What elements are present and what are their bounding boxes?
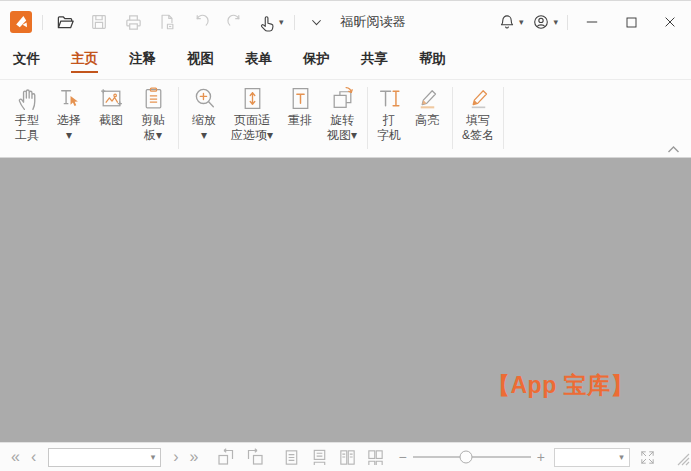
zoom-percent-input[interactable]: ▾ [554,448,630,467]
rotate-right-button[interactable] [245,447,265,467]
typewriter-icon [376,85,403,112]
foxit-logo-icon[interactable] [10,11,32,33]
rotate-view-icon [329,85,356,112]
fullscreen-button[interactable] [639,449,656,466]
minimize-icon [584,14,600,30]
titlebar-separator [42,15,43,30]
window-title: 福昕阅读器 [341,13,406,31]
chevron-up-icon [667,145,680,154]
clipboard-button[interactable]: 剪贴 板▾ [132,85,174,143]
first-page-button[interactable]: « [10,449,21,465]
fill-sign-pen-icon [465,85,492,112]
single-page-view-button[interactable] [282,448,301,467]
titlebar-left-group: ▾ 福昕阅读器 [10,10,406,34]
zoom-slider-group: − + [398,450,544,464]
facing-view-button[interactable] [338,448,357,467]
zoom-slider-track[interactable] [413,456,531,458]
titlebar: ▾ 福昕阅读器 ▾ ▾ [0,1,691,43]
tab-comment[interactable]: 注释 [129,50,156,73]
document-canvas[interactable]: 【App 宝库】 [0,158,691,442]
facing-pages-icon [338,448,357,467]
account-caret-icon: ▾ [553,18,558,27]
ribbon-group-separator [503,87,504,149]
app-window: ▾ 福昕阅读器 ▾ ▾ [0,0,691,471]
page-number-input[interactable]: ▾ [48,448,161,467]
fill-sign-button[interactable]: 填写 &签名 [457,85,499,143]
bell-icon [498,13,516,31]
zoom-slider-thumb[interactable] [459,451,472,464]
hand-tool-button[interactable]: 手型 工具 [6,85,48,143]
previous-page-button[interactable]: ‹ [30,449,37,465]
continuous-page-icon [310,448,329,467]
snapshot-button[interactable]: 截图 [90,85,132,128]
titlebar-right-group: ▾ ▾ [498,8,685,36]
tab-form[interactable]: 表单 [245,50,272,73]
highlight-pen-icon [414,85,441,112]
export-page-button[interactable] [155,10,179,34]
select-cursor-icon [56,85,83,112]
ribbon-group-separator [367,87,368,149]
maximize-button[interactable] [616,8,646,36]
account-icon [532,13,550,31]
tab-help[interactable]: 帮助 [419,50,446,73]
last-page-button[interactable]: » [189,449,200,465]
save-button[interactable] [87,10,111,34]
clipboard-icon [140,85,167,112]
resize-grip[interactable] [674,450,690,470]
touch-mode-button[interactable]: ▾ [257,13,284,32]
page-fit-icon [239,85,266,112]
zoom-out-button[interactable]: − [398,450,406,464]
continuous-view-button[interactable] [310,448,329,467]
ribbon-tab-bar: 文件 主页 注释 视图 表单 保护 共享 帮助 [0,43,691,80]
touch-mode-caret-icon: ▾ [279,18,284,27]
rotate-left-button[interactable] [216,447,236,467]
collapse-ribbon-button[interactable] [667,145,680,154]
reflow-icon [287,85,314,112]
ribbon-group-separator [178,87,179,149]
zoom-in-button[interactable]: + [537,450,545,464]
redo-button[interactable] [223,10,247,34]
customize-toolbar-chevron-icon[interactable] [305,10,329,34]
tab-view[interactable]: 视图 [187,50,214,73]
account-button[interactable]: ▾ [532,13,558,31]
continuous-facing-view-button[interactable] [366,448,385,467]
single-page-icon [282,448,301,467]
rotate-view-button[interactable]: 旋转 视图▾ [321,85,363,143]
close-icon [662,14,678,30]
open-file-button[interactable] [53,10,77,34]
tab-file[interactable]: 文件 [13,50,40,73]
tab-protect[interactable]: 保护 [303,50,330,73]
reflow-button[interactable]: 重排 [279,85,321,128]
tab-home[interactable]: 主页 [71,50,98,73]
notifications-caret-icon: ▾ [519,18,524,27]
statusbar: « ‹ ▾ › » − + [0,442,691,471]
titlebar-separator [294,15,295,30]
resize-grip-icon [674,450,690,466]
zoom-box-caret-icon: ▾ [619,453,624,462]
minimize-button[interactable] [577,8,607,36]
highlight-button[interactable]: 高亮 [406,85,448,128]
page-fit-options-button[interactable]: 页面适 应选项▾ [225,85,279,143]
rotate-right-icon [245,447,265,467]
continuous-facing-icon [366,448,385,467]
notifications-button[interactable]: ▾ [498,13,524,31]
fullscreen-icon [639,449,656,466]
zoom-magnifier-icon [191,85,218,112]
ribbon: 手型 工具 选择 ▾ 截图 剪贴 板▾ 缩放 ▾ 页面适 应选项▾ [0,80,691,158]
titlebar-separator [567,15,568,30]
page-box-caret-icon: ▾ [151,453,156,462]
select-tool-button[interactable]: 选择 ▾ [48,85,90,143]
rotate-left-icon [216,447,236,467]
typewriter-button[interactable]: 打 字机 [372,85,406,143]
maximize-icon [624,15,639,30]
ribbon-group-separator [452,87,453,149]
zoom-button[interactable]: 缩放 ▾ [183,85,225,143]
hand-icon [14,85,41,112]
snapshot-icon [98,85,125,112]
undo-button[interactable] [189,10,213,34]
watermark-text: 【App 宝库】 [487,370,634,401]
next-page-button[interactable]: › [172,449,179,465]
print-button[interactable] [121,10,145,34]
close-button[interactable] [655,8,685,36]
tab-share[interactable]: 共享 [361,50,388,73]
